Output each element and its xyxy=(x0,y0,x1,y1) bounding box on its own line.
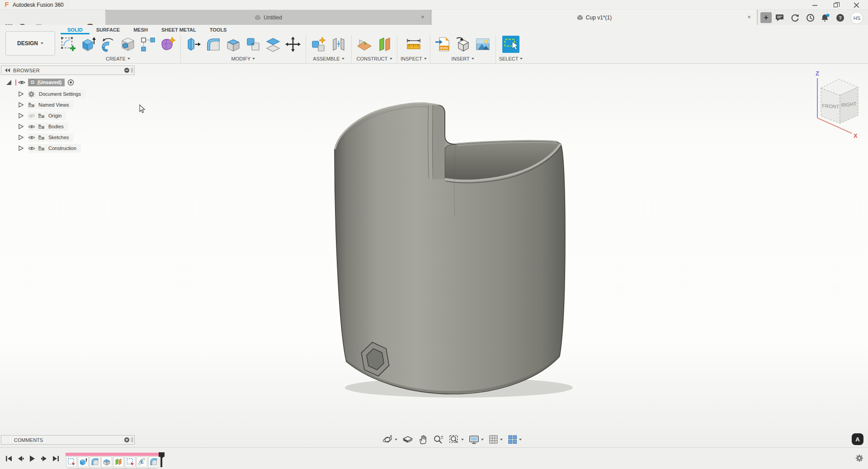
create-form-button[interactable] xyxy=(158,34,177,54)
hole-button[interactable] xyxy=(118,34,137,54)
history-button[interactable] xyxy=(805,13,816,23)
create-group-label[interactable]: CREATE xyxy=(106,56,130,61)
display-caret-icon[interactable] xyxy=(481,439,484,441)
timeline-feature-sketch2[interactable] xyxy=(125,456,136,467)
combine-button[interactable] xyxy=(244,34,263,54)
look-at-button[interactable] xyxy=(401,434,415,446)
timeline-feature-fillet2[interactable] xyxy=(148,456,159,467)
step-back-button[interactable] xyxy=(15,454,25,463)
activate-radio-icon[interactable] xyxy=(67,79,74,86)
zoom-button[interactable]: ± xyxy=(432,434,445,446)
assistant-badge[interactable]: A xyxy=(852,433,863,445)
timeline-scrubber-bar[interactable] xyxy=(160,457,162,467)
browser-item-bodies[interactable]: Bodies xyxy=(18,122,68,131)
comments-panel-header[interactable]: COMMENTS xyxy=(1,435,135,445)
insert-mesh-button[interactable] xyxy=(453,34,472,54)
browser-item-sketches[interactable]: Sketches xyxy=(18,133,73,142)
tab-surface[interactable]: SURFACE xyxy=(90,26,127,34)
expand-arrow-icon[interactable] xyxy=(18,91,24,97)
browser-root-row[interactable]: (Unsaved) xyxy=(5,78,74,87)
joint-button[interactable] xyxy=(329,34,348,54)
pan-button[interactable] xyxy=(417,434,429,446)
tab-untitled-close-icon[interactable]: × xyxy=(419,14,426,21)
minimize-button[interactable] xyxy=(805,0,825,10)
3d-viewport[interactable]: BROWSER (Unsaved) xyxy=(0,64,868,447)
tab-solid[interactable]: SOLID xyxy=(61,26,90,34)
timeline-feature-shell1[interactable] xyxy=(101,456,112,467)
panel-grip-icon[interactable] xyxy=(131,68,132,73)
timeline-feature-midplane1[interactable] xyxy=(113,456,124,467)
timeline-feature-extrude1[interactable] xyxy=(78,456,89,467)
go-to-start-button[interactable] xyxy=(4,454,14,463)
expand-arrow-icon[interactable] xyxy=(18,145,24,151)
workspace-selector-design[interactable]: DESIGN xyxy=(5,31,55,56)
browser-panel-header[interactable]: BROWSER xyxy=(1,66,135,75)
select-group-label[interactable]: SELECT xyxy=(499,56,523,61)
grid-display-button[interactable] xyxy=(487,434,504,446)
create-sketch-button[interactable] xyxy=(59,34,78,54)
measure-button[interactable] xyxy=(404,34,423,54)
step-forward-button[interactable] xyxy=(39,454,49,463)
tab-sheet-metal[interactable]: SHEET METAL xyxy=(155,26,203,34)
timeline-settings-button[interactable] xyxy=(855,454,863,464)
browser-item-document-settings[interactable]: Document Settings xyxy=(18,89,85,98)
fit-button[interactable] xyxy=(448,434,465,446)
revolve-button[interactable] xyxy=(99,34,118,54)
expand-arrow-icon[interactable] xyxy=(18,123,24,130)
extrude-button[interactable] xyxy=(79,34,98,54)
grid-caret-icon[interactable] xyxy=(500,439,503,441)
fit-caret-icon[interactable] xyxy=(461,439,464,441)
browser-item-origin[interactable]: Origin xyxy=(18,111,66,120)
visibility-eye-icon[interactable] xyxy=(28,135,35,140)
offset-plane-button[interactable] xyxy=(355,34,374,54)
comments-button[interactable] xyxy=(774,13,785,23)
fillet-button[interactable] xyxy=(204,34,223,54)
move-copy-button[interactable] xyxy=(283,34,302,54)
canvas-button[interactable] xyxy=(473,34,492,54)
tab-untitled[interactable]: Untitled × xyxy=(106,10,431,25)
tab-mesh[interactable]: MESH xyxy=(127,26,155,34)
select-button[interactable] xyxy=(501,34,520,54)
press-pull-button[interactable] xyxy=(184,34,203,54)
viewports-button[interactable] xyxy=(506,434,523,446)
inspect-group-label[interactable]: INSPECT xyxy=(401,56,427,61)
visibility-eye-icon[interactable] xyxy=(28,146,35,151)
orbit-button[interactable] xyxy=(381,434,399,446)
browser-item-construction[interactable]: Construction xyxy=(18,144,81,153)
insert-group-label[interactable]: INSERT xyxy=(452,56,474,61)
close-button[interactable] xyxy=(846,0,866,10)
construct-group-label[interactable]: CONSTRUCT xyxy=(356,56,392,61)
help-button[interactable]: ? xyxy=(835,13,845,23)
restore-button[interactable] xyxy=(826,0,845,10)
model-cup[interactable] xyxy=(0,64,868,447)
expand-arrow-open-icon[interactable] xyxy=(5,80,11,85)
assemble-group-label[interactable]: ASSEMBLE xyxy=(313,56,344,61)
midplane-button[interactable] xyxy=(375,34,394,54)
play-button[interactable] xyxy=(27,454,37,463)
job-status-button[interactable] xyxy=(789,13,800,23)
timeline-feature-fillet1[interactable] xyxy=(90,456,100,467)
notifications-button[interactable] xyxy=(820,13,830,23)
new-tab-button[interactable]: + xyxy=(760,12,772,23)
root-document-chip[interactable]: (Unsaved) xyxy=(28,79,65,86)
tab-cup-close-icon[interactable]: × xyxy=(745,14,753,21)
go-to-end-button[interactable] xyxy=(51,454,61,463)
timeline-scrubber-handle[interactable] xyxy=(159,452,165,457)
visibility-eye-icon[interactable] xyxy=(18,80,25,85)
collapse-panel-icon[interactable] xyxy=(5,68,10,72)
panel-grip-icon[interactable] xyxy=(131,437,132,442)
expand-arrow-icon[interactable] xyxy=(18,113,24,119)
timeline-feature-emboss1[interactable]: E xyxy=(137,456,147,467)
shell-button[interactable] xyxy=(224,34,243,54)
remove-panel-icon[interactable] xyxy=(124,67,130,73)
modify-group-label[interactable]: MODIFY xyxy=(231,56,255,61)
rectangular-pattern-button[interactable] xyxy=(138,34,157,54)
add-comment-icon[interactable] xyxy=(124,437,130,443)
timeline-feature-sketch1[interactable] xyxy=(66,456,77,467)
split-body-button[interactable] xyxy=(264,34,283,54)
viewports-caret-icon[interactable] xyxy=(519,439,522,441)
user-avatar[interactable]: HS xyxy=(851,12,863,24)
visibility-off-eye-icon[interactable] xyxy=(28,113,35,118)
browser-item-named-views[interactable]: Named Views xyxy=(18,100,74,109)
tab-tools[interactable]: TOOLS xyxy=(203,26,234,34)
